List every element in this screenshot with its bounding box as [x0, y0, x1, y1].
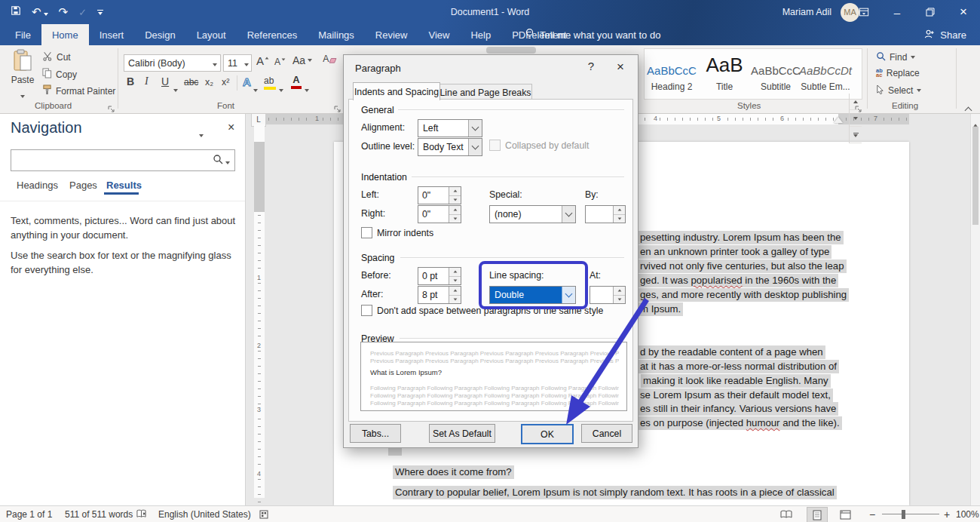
- tab-help[interactable]: Help: [460, 24, 501, 45]
- doc-line[interactable]: es still in their infancy. Various versi…: [638, 402, 838, 416]
- web-layout-button[interactable]: [835, 507, 855, 522]
- indent-right-spinner[interactable]: 0": [418, 205, 461, 223]
- change-case-button[interactable]: Aa: [292, 54, 312, 66]
- style-title[interactable]: AaB Title: [700, 51, 749, 92]
- search-dropdown-icon[interactable]: [225, 154, 234, 167]
- by-spinner[interactable]: [585, 205, 626, 223]
- share-button[interactable]: Share: [923, 24, 966, 45]
- style-subtle-emphasis[interactable]: AaBbCcDt Subtle Em...: [801, 51, 850, 92]
- highlight-button[interactable]: ab: [264, 75, 276, 90]
- font-size-combo[interactable]: 11: [223, 54, 252, 72]
- replace-button[interactable]: abac Replace: [876, 68, 920, 78]
- tab-view[interactable]: View: [418, 24, 460, 45]
- clipboard-dialog-launcher-icon[interactable]: [108, 103, 115, 116]
- doc-line[interactable]: d by the readable content of a page when: [638, 345, 825, 359]
- clear-formatting-button[interactable]: A: [323, 53, 337, 64]
- search-input[interactable]: [11, 150, 210, 170]
- doc-line[interactable]: at it has a more-or-less normal distribu…: [638, 360, 839, 373]
- doc-line[interactable]: en an unknown printer took a galley of t…: [638, 245, 831, 259]
- tabs-button[interactable]: Tabs...: [350, 424, 401, 443]
- nav-tab-results[interactable]: Results: [106, 180, 142, 191]
- ribbon-display-options-button[interactable]: [847, 0, 880, 24]
- touch-mode-icon[interactable]: ✓: [78, 7, 87, 18]
- doc-line[interactable]: ges, and more recently with desktop publ…: [638, 288, 849, 302]
- doc-line[interactable]: pesetting industry. Lorem Ipsum has been…: [638, 231, 844, 244]
- close-button[interactable]: ×: [947, 0, 980, 24]
- alignment-combo[interactable]: Left: [418, 119, 482, 137]
- doc-line[interactable]: making it look like readable English. Ma…: [641, 374, 831, 388]
- special-combo[interactable]: (none): [489, 205, 576, 223]
- dialog-close-icon[interactable]: ×: [617, 60, 624, 75]
- right-indent-marker[interactable]: [834, 117, 843, 123]
- restore-button[interactable]: [914, 0, 947, 24]
- style-heading2[interactable]: AaBbCcC Heading 2: [647, 51, 697, 92]
- doc-line[interactable]: es on purpose (injected humour and the l…: [638, 416, 842, 430]
- tab-home[interactable]: Home: [41, 24, 89, 45]
- minimize-button[interactable]: –: [880, 0, 914, 24]
- gallery-expand-icon[interactable]: [850, 127, 862, 143]
- doc-line[interactable]: Contrary to popular belief, Lorem Ipsum …: [393, 486, 837, 499]
- format-painter-button[interactable]: Format Painter: [42, 84, 115, 97]
- after-spinner[interactable]: 8 pt: [418, 286, 461, 304]
- navigation-close-icon[interactable]: ×: [228, 121, 234, 134]
- dont-add-space-checkbox[interactable]: Don't add space between paragraphs of th…: [361, 305, 603, 316]
- outline-level-combo[interactable]: Body Text: [418, 138, 482, 156]
- at-spinner[interactable]: [590, 286, 626, 304]
- dialog-tab-indents[interactable]: Indents and Spacing: [353, 82, 440, 100]
- scrollbar-thumb[interactable]: [972, 127, 978, 225]
- tab-design[interactable]: Design: [134, 24, 185, 45]
- nav-tab-pages[interactable]: Pages: [69, 180, 97, 191]
- font-family-combo[interactable]: Calibri (Body): [124, 54, 221, 72]
- mirror-indents-checkbox[interactable]: Mirror indents: [361, 227, 433, 238]
- macro-icon[interactable]: [259, 510, 268, 521]
- bold-button[interactable]: B: [127, 75, 134, 88]
- zoom-level[interactable]: 100%: [956, 509, 979, 520]
- cut-button[interactable]: Cut: [42, 51, 71, 63]
- font-color-button[interactable]: A: [291, 74, 302, 89]
- search-icon[interactable]: [210, 154, 225, 167]
- indent-left-spinner[interactable]: 0": [418, 186, 461, 204]
- language-indicator[interactable]: English (United States): [158, 509, 251, 520]
- grow-font-button[interactable]: A: [256, 54, 269, 67]
- find-button[interactable]: Find: [876, 51, 915, 63]
- tab-layout[interactable]: Layout: [186, 24, 237, 45]
- zoom-slider-track[interactable]: [882, 514, 939, 514]
- set-as-default-button[interactable]: Set As Default: [429, 424, 495, 443]
- doc-line[interactable]: rvived not only five centuries, but also…: [638, 259, 847, 273]
- dialog-help-icon[interactable]: ?: [588, 60, 594, 72]
- doc-heading[interactable]: Where does it come from?: [393, 465, 514, 479]
- nav-tab-headings[interactable]: Headings: [17, 180, 58, 191]
- tab-mailings[interactable]: Mailings: [308, 24, 365, 45]
- font-color-dropdown-icon[interactable]: [305, 81, 309, 95]
- customize-qat-button[interactable]: [97, 10, 103, 15]
- save-icon[interactable]: [11, 5, 21, 19]
- paste-button[interactable]: Paste: [8, 49, 38, 101]
- line-spacing-combo[interactable]: Double: [489, 286, 576, 304]
- doc-line[interactable]: m Ipsum.: [638, 302, 683, 316]
- font-dialog-launcher-icon[interactable]: [334, 103, 341, 116]
- underline-dropdown-icon[interactable]: [173, 81, 178, 95]
- highlight-dropdown-icon[interactable]: [279, 81, 283, 95]
- copy-button[interactable]: Copy: [42, 68, 77, 81]
- cancel-button[interactable]: Cancel: [581, 424, 632, 443]
- subscript-button[interactable]: x₂: [205, 77, 213, 88]
- zoom-slider-thumb[interactable]: [902, 510, 905, 519]
- ok-button[interactable]: OK: [521, 424, 574, 444]
- page-indicator[interactable]: Page 1 of 1: [6, 509, 52, 520]
- text-effects-button[interactable]: A: [243, 75, 251, 88]
- proofing-errors-icon[interactable]: [136, 509, 147, 521]
- text-effects-dropdown-icon[interactable]: [253, 81, 258, 95]
- print-layout-button[interactable]: [807, 507, 828, 522]
- underline-button[interactable]: U: [161, 75, 169, 88]
- style-subtitle[interactable]: AaBbCcC Subtitle: [751, 51, 801, 92]
- collapse-ribbon-icon[interactable]: [966, 103, 971, 116]
- doc-line[interactable]: se Lorem Ipsum as their default model te…: [638, 388, 833, 402]
- select-button[interactable]: Select: [876, 84, 921, 97]
- read-mode-button[interactable]: [776, 507, 796, 522]
- zoom-out-button[interactable]: −: [869, 508, 875, 520]
- undo-button[interactable]: ↶: [32, 5, 48, 19]
- shrink-font-button[interactable]: A: [274, 57, 286, 67]
- navigation-options-icon[interactable]: [199, 127, 204, 140]
- user-name[interactable]: Mariam Adil: [782, 7, 831, 17]
- redo-button[interactable]: ↷: [59, 5, 69, 19]
